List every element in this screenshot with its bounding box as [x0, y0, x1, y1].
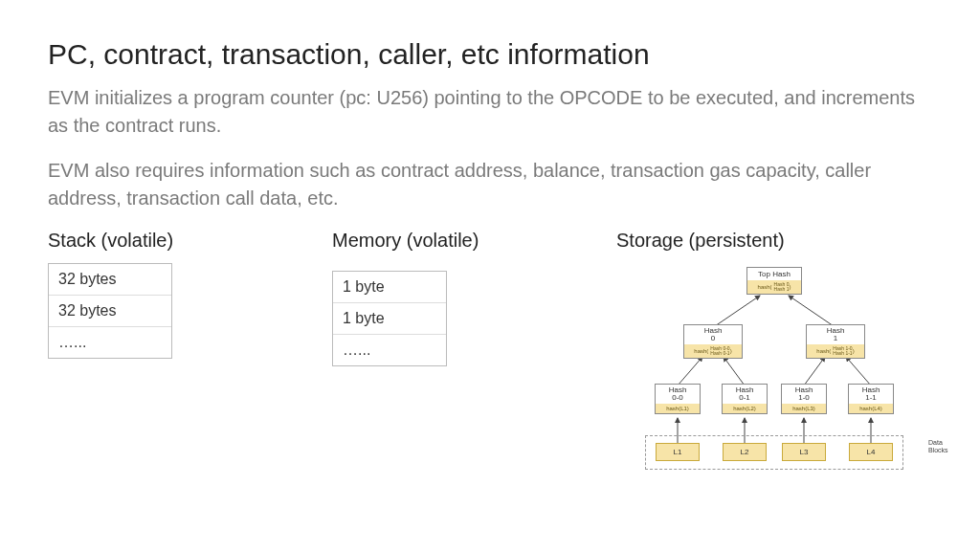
- node-hash: hash( Hash 1-0 Hash 1-1 ): [807, 344, 864, 358]
- data-blocks-label: Data Blocks: [928, 439, 961, 453]
- node-label: Hash 0: [684, 325, 742, 344]
- columns: Stack (volatile) 32 bytes 32 bytes …... …: [48, 230, 932, 474]
- svg-line-2: [678, 357, 702, 386]
- stack-diagram: 32 bytes 32 bytes …...: [48, 263, 172, 359]
- memory-cell: 1 byte: [333, 272, 446, 303]
- node-hash: hash(L1): [656, 404, 700, 413]
- memory-column: Memory (volatile) 1 byte 1 byte …...: [332, 230, 616, 474]
- storage-column: Storage (persistent): [616, 230, 932, 474]
- svg-line-3: [724, 357, 745, 386]
- memory-diagram: 1 byte 1 byte …...: [332, 271, 447, 366]
- node-hash: hash(L2): [723, 404, 767, 413]
- tree-leaf: L2: [723, 443, 767, 461]
- node-label: Top Hash: [747, 268, 801, 280]
- tree-node-h1: Hash 1 hash( Hash 1-0 Hash 1-1 ): [806, 324, 865, 359]
- node-label: Hash 1: [807, 325, 864, 344]
- memory-heading: Memory (volatile): [332, 230, 616, 252]
- memory-cell: 1 byte: [333, 303, 446, 335]
- stack-column: Stack (volatile) 32 bytes 32 bytes …...: [48, 230, 332, 474]
- paragraph-1: EVM initializes a program counter (pc: U…: [48, 84, 932, 140]
- memory-cell: …...: [333, 335, 446, 365]
- merkle-tree-diagram: Top Hash hash( Hash 0 Hash 1 ) Hash 0 ha…: [616, 263, 932, 474]
- tree-node-h11: Hash 1-1 hash(L4): [848, 384, 894, 414]
- tree-node-h01: Hash 0-1 hash(L2): [722, 384, 768, 414]
- node-label: Hash 1-0: [782, 385, 826, 404]
- node-hash: hash(L4): [849, 404, 893, 413]
- storage-heading: Storage (persistent): [616, 230, 932, 252]
- tree-node-top: Top Hash hash( Hash 0 Hash 1 ): [746, 267, 802, 295]
- tree-leaf: L1: [656, 443, 700, 461]
- node-hash: hash(L3): [782, 404, 826, 413]
- stack-cell: …...: [49, 327, 171, 358]
- stack-cell: 32 bytes: [49, 296, 171, 327]
- paragraph-2: EVM also requires information such as co…: [48, 157, 932, 212]
- slide-title: PC, contract, transaction, caller, etc i…: [48, 38, 932, 71]
- tree-node-h00: Hash 0-0 hash(L1): [655, 384, 701, 414]
- tree-node-h0: Hash 0 hash( Hash 0-0 Hash 0-1 ): [683, 324, 743, 359]
- node-hash: hash( Hash 0-0 Hash 0-1 ): [684, 344, 742, 358]
- node-label: Hash 1-1: [849, 385, 893, 404]
- stack-heading: Stack (volatile): [48, 230, 332, 252]
- node-label: Hash 0-1: [723, 385, 767, 404]
- svg-line-5: [846, 357, 871, 386]
- stack-cell: 32 bytes: [49, 264, 171, 296]
- svg-line-1: [789, 296, 836, 328]
- node-label: Hash 0-0: [656, 385, 700, 404]
- tree-leaf: L3: [782, 443, 826, 461]
- tree-leaf: L4: [849, 443, 893, 461]
- node-hash: hash( Hash 0 Hash 1 ): [747, 280, 801, 294]
- svg-line-4: [804, 357, 825, 386]
- tree-node-h10: Hash 1-0 hash(L3): [781, 384, 827, 414]
- svg-line-0: [712, 296, 760, 328]
